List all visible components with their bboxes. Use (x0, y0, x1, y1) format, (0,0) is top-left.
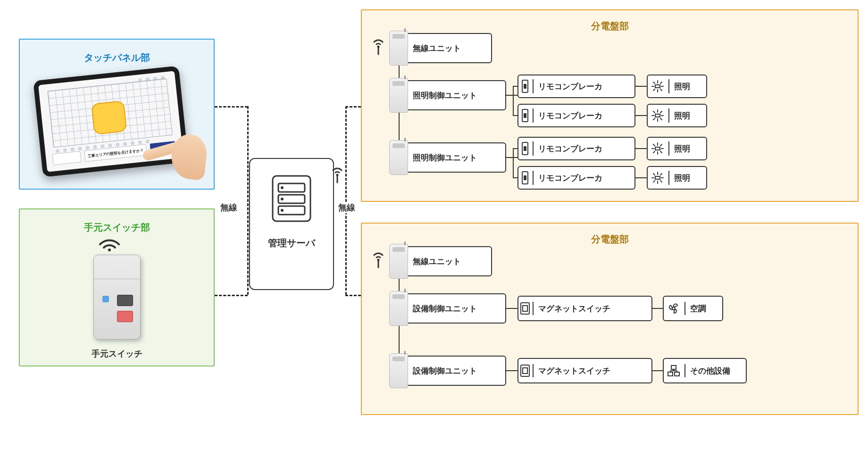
distribution-panel-b: 分電盤部 無線ユニット 設備制御ユニット 設備制御ユニット マグネットスイッチ … (361, 223, 859, 415)
wifi-icon (98, 234, 121, 251)
node-label: リモコンブレーカ (534, 81, 607, 92)
dist-title: 分電盤部 (362, 10, 858, 33)
svg-line-35 (660, 118, 662, 120)
remote-breaker: リモコンブレーカ (517, 104, 635, 127)
magnet-switch-icon (517, 302, 534, 315)
node-label: 設備制御ユニット (408, 366, 482, 376)
svg-line-55 (653, 181, 655, 182)
svg-point-5 (281, 198, 284, 200)
light-icon (647, 141, 669, 156)
distribution-panel-a: 分電盤部 無線ユニット 照明制御ユニット 照明制御ユニット リモコンブレーカ リ… (361, 9, 859, 202)
node-label: マグネットスイッチ (534, 366, 615, 376)
svg-line-25 (653, 82, 655, 83)
node-label: 照明 (669, 110, 695, 121)
wireless-label: 無線 (336, 202, 357, 213)
svg-rect-19 (524, 175, 526, 180)
svg-rect-29 (655, 114, 660, 117)
svg-point-3 (281, 186, 284, 189)
hvac-load: 空調 (663, 296, 723, 321)
light-load: 照明 (647, 137, 707, 160)
tablet-device: 工事エリアの照明を点けますか？ 点ける (33, 66, 189, 177)
server-box: 管理サーバ (249, 158, 334, 290)
node-label: 無線ユニット (408, 43, 466, 54)
svg-line-27 (660, 82, 662, 83)
node-label: リモコンブレーカ (534, 143, 607, 154)
panel-touch-title: タッチパネル部 (20, 40, 214, 64)
wireless-unit: 無線ユニット (389, 33, 492, 63)
light-load: 照明 (647, 104, 707, 127)
svg-rect-13 (524, 84, 526, 89)
hand-switch-label: 手元スイッチ (92, 348, 142, 359)
svg-rect-60 (521, 365, 529, 376)
antenna-icon (371, 249, 387, 270)
light-icon (647, 171, 669, 185)
link-dash (345, 106, 347, 295)
link-dash (215, 106, 248, 108)
equipment-control-unit: 設備制御ユニット (389, 356, 506, 386)
fan-icon (663, 302, 685, 315)
svg-line-46 (653, 151, 655, 153)
svg-line-28 (653, 89, 655, 91)
svg-line-52 (653, 174, 655, 175)
svg-rect-17 (524, 146, 526, 151)
svg-line-36 (660, 111, 662, 113)
node-label: その他設備 (685, 366, 735, 376)
panel-switch-title: 手元スイッチ部 (20, 209, 214, 234)
lighting-control-unit: 照明制御ユニット (389, 80, 506, 110)
antenna-icon (371, 36, 387, 57)
svg-rect-64 (668, 372, 673, 376)
svg-rect-38 (655, 147, 660, 150)
node-label: 無線ユニット (408, 256, 466, 267)
svg-line-45 (660, 144, 662, 146)
lighting-control-unit: 照明制御ユニット (389, 142, 506, 173)
remote-breaker: リモコンブレーカ (517, 137, 635, 160)
svg-line-53 (660, 181, 662, 182)
breaker-icon (517, 141, 534, 156)
node-label: 照明 (669, 81, 695, 92)
light-load: 照明 (647, 166, 707, 190)
breaker-icon (517, 171, 534, 185)
svg-rect-15 (524, 113, 526, 118)
svg-line-44 (660, 151, 662, 153)
magnet-switch: マグネットスイッチ (517, 296, 652, 321)
server-label: 管理サーバ (268, 237, 315, 249)
svg-rect-58 (521, 303, 529, 314)
svg-rect-20 (655, 85, 660, 88)
wireless-label: 無線 (218, 202, 239, 213)
dist-title: 分電盤部 (362, 224, 858, 246)
node-label: 空調 (685, 303, 711, 314)
breaker-icon (517, 108, 534, 123)
breaker-icon (517, 79, 534, 93)
remote-breaker: リモコンブレーカ (517, 75, 635, 98)
svg-point-0 (108, 249, 111, 251)
remote-breaker: リモコンブレーカ (517, 166, 635, 190)
network-icon (663, 364, 685, 377)
wireless-unit: 無線ユニット (389, 246, 492, 276)
node-label: 照明制御ユニット (408, 90, 482, 101)
node-label: 照明 (669, 143, 695, 154)
node-label: リモコンブレーカ (534, 110, 607, 121)
light-load: 照明 (647, 75, 707, 98)
magnet-switch: マグネットスイッチ (517, 358, 652, 383)
node-label: 設備制御ユニット (408, 303, 482, 314)
node-label: 照明制御ユニット (408, 152, 482, 163)
server-icon (272, 175, 311, 222)
link-dash (215, 295, 248, 296)
light-icon (647, 79, 669, 93)
link-dash (345, 106, 361, 108)
svg-line-37 (653, 118, 655, 120)
hand-switch-device (93, 255, 141, 340)
other-load: その他設備 (663, 358, 747, 383)
link-dash (345, 295, 361, 296)
system-diagram: タッチパネル部 工事エリアの照明を点けますか？ 点ける 手元スイッチ部 手元スイ… (0, 0, 868, 457)
svg-line-43 (653, 144, 655, 146)
svg-point-7 (281, 209, 284, 212)
svg-rect-65 (675, 372, 679, 376)
light-icon (647, 108, 669, 123)
svg-line-34 (653, 111, 655, 113)
node-label: マグネットスイッチ (534, 303, 615, 314)
svg-line-26 (660, 89, 662, 91)
equipment-control-unit: 設備制御ユニット (389, 293, 506, 324)
antenna-icon (329, 164, 346, 184)
link-dash (247, 106, 249, 295)
